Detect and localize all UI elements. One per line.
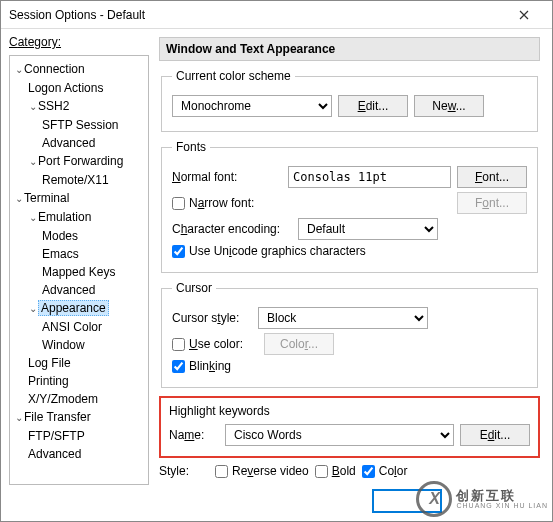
titlebar: Session Options - Default xyxy=(1,1,552,29)
watermark: X 创新互联 CHUANG XIN HU LIAN xyxy=(416,481,548,517)
watermark-logo-icon: X xyxy=(416,481,452,517)
color-scheme-edit-button[interactable]: Edit... xyxy=(338,95,408,117)
highlight-name-select[interactable]: Cisco Words xyxy=(225,424,454,446)
chevron-down-icon: ⌄ xyxy=(28,300,38,318)
cursor-style-select[interactable]: Block xyxy=(258,307,428,329)
tree-connection[interactable]: ⌄Connection Logon Actions ⌄SSH2 SFTP Ses… xyxy=(14,60,148,189)
right-panel: Window and Text Appearance Current color… xyxy=(153,29,552,521)
panel-header: Window and Text Appearance xyxy=(159,37,540,61)
chevron-down-icon: ⌄ xyxy=(14,61,24,79)
narrow-font-button: Font... xyxy=(457,192,527,214)
bold-checkbox[interactable]: Bold xyxy=(315,464,356,478)
chevron-down-icon: ⌄ xyxy=(14,409,24,427)
unicode-checkbox[interactable]: Use Unicode graphics characters xyxy=(172,244,366,258)
watermark-py: CHUANG XIN HU LIAN xyxy=(456,502,548,509)
tree-printing[interactable]: Printing xyxy=(28,372,148,390)
category-label: Category: xyxy=(9,35,61,49)
color-checkbox[interactable]: Color xyxy=(362,464,408,478)
chevron-down-icon: ⌄ xyxy=(28,98,38,116)
highlight-edit-button[interactable]: Edit... xyxy=(460,424,530,446)
chevron-down-icon: ⌄ xyxy=(14,190,24,208)
tree-advanced[interactable]: Advanced xyxy=(42,281,148,299)
tree-file-transfer[interactable]: ⌄File Transfer FTP/SFTP Advanced xyxy=(14,408,148,463)
left-panel: Category: ⌄Connection Logon Actions ⌄SSH… xyxy=(1,29,153,521)
cursor-color-button: Color... xyxy=(264,333,334,355)
cursor-style-label: Cursor style: xyxy=(172,311,252,325)
narrow-font-checkbox[interactable]: Narrow font: xyxy=(172,196,254,210)
reverse-video-checkbox[interactable]: Reverse video xyxy=(215,464,309,478)
normal-font-button[interactable]: Font... xyxy=(457,166,527,188)
watermark-cn: 创新互联 xyxy=(456,489,548,502)
tree-sftp-session[interactable]: SFTP Session xyxy=(42,116,148,134)
tree-port-forwarding[interactable]: ⌄Port Forwarding Remote/X11 xyxy=(28,152,148,189)
dialog-body: Category: ⌄Connection Logon Actions ⌄SSH… xyxy=(1,29,552,521)
highlight-legend: Highlight keywords xyxy=(169,404,530,418)
fonts-group: Fonts Normal font: Font... Narrow font: … xyxy=(161,140,538,273)
normal-font-display xyxy=(288,166,451,188)
tree-appearance[interactable]: ⌄Appearance ANSI Color Window xyxy=(28,299,148,354)
tree-ssh2[interactable]: ⌄SSH2 SFTP Session Advanced xyxy=(28,97,148,152)
highlight-name-label: Name: xyxy=(169,428,219,442)
close-button[interactable] xyxy=(504,1,544,29)
encoding-select[interactable]: Default xyxy=(298,218,438,240)
tree-modes[interactable]: Modes xyxy=(42,227,148,245)
cursor-group: Cursor Cursor style: Block Use color: Co… xyxy=(161,281,538,388)
color-scheme-legend: Current color scheme xyxy=(172,69,295,83)
cursor-legend: Cursor xyxy=(172,281,216,295)
tree-emacs[interactable]: Emacs xyxy=(42,245,148,263)
tree-ftp-sftp[interactable]: FTP/SFTP xyxy=(28,427,148,445)
tree-ansi-color[interactable]: ANSI Color xyxy=(42,318,148,336)
color-scheme-select[interactable]: Monochrome xyxy=(172,95,332,117)
tree-advanced[interactable]: Advanced xyxy=(28,445,148,463)
highlight-box: Highlight keywords Name: Cisco Words Edi… xyxy=(159,396,540,458)
tree-emulation[interactable]: ⌄Emulation Modes Emacs Mapped Keys Advan… xyxy=(28,208,148,299)
encoding-label: Character encoding: xyxy=(172,222,292,236)
tree-log-file[interactable]: Log File xyxy=(28,354,148,372)
blinking-checkbox[interactable]: Blinking xyxy=(172,359,231,373)
tree-mapped-keys[interactable]: Mapped Keys xyxy=(42,263,148,281)
chevron-down-icon: ⌄ xyxy=(28,153,38,171)
tree-terminal[interactable]: ⌄Terminal ⌄Emulation Modes Emacs Mapped … xyxy=(14,189,148,408)
tree-xyzmodem[interactable]: X/Y/Zmodem xyxy=(28,390,148,408)
session-options-window: Session Options - Default Category: ⌄Con… xyxy=(0,0,553,522)
style-label: Style: xyxy=(159,464,209,478)
use-color-checkbox[interactable]: Use color: xyxy=(172,337,258,351)
color-scheme-group: Current color scheme Monochrome Edit... … xyxy=(161,69,538,132)
close-icon xyxy=(519,10,529,20)
normal-font-label: Normal font: xyxy=(172,170,282,184)
fonts-legend: Fonts xyxy=(172,140,210,154)
window-title: Session Options - Default xyxy=(9,8,504,22)
tree-window[interactable]: Window xyxy=(42,336,148,354)
tree-remote-x11[interactable]: Remote/X11 xyxy=(42,171,148,189)
tree-advanced[interactable]: Advanced xyxy=(42,134,148,152)
color-scheme-new-button[interactable]: New... xyxy=(414,95,484,117)
category-tree[interactable]: ⌄Connection Logon Actions ⌄SSH2 SFTP Ses… xyxy=(9,55,149,485)
chevron-down-icon: ⌄ xyxy=(28,209,38,227)
tree-logon-actions[interactable]: Logon Actions xyxy=(28,79,148,97)
